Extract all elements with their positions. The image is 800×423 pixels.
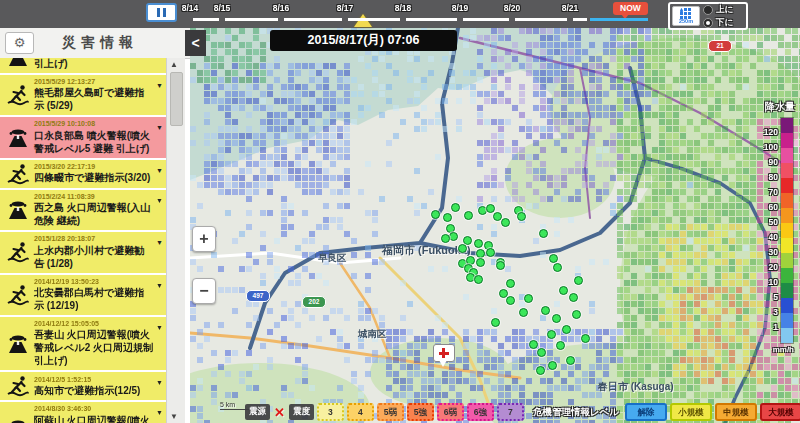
disaster-event-item[interactable]: 2015/1/28 20:18:07上水内郡小川村で避難勧告 (1/28)▼ xyxy=(0,232,166,272)
shelter-marker[interactable] xyxy=(458,244,467,253)
shelter-marker[interactable] xyxy=(562,325,571,334)
disaster-event-item[interactable]: 2015/3/20 22:17:19四條畷市で避難指示(3/20)▼ xyxy=(0,160,166,188)
timeline-date[interactable]: 8/21 xyxy=(562,3,579,13)
timeline-date[interactable]: 8/16 xyxy=(273,3,290,13)
precip-color-segment xyxy=(781,253,793,268)
shelter-marker[interactable] xyxy=(547,330,556,339)
timeline-date[interactable]: 8/20 xyxy=(504,3,521,13)
shelter-marker[interactable] xyxy=(443,213,452,222)
hospital-marker[interactable] xyxy=(433,344,455,362)
disaster-event-item[interactable]: 2014/12/5 1:52:15高知市で避難指示(12/5)▼ xyxy=(0,372,166,400)
event-expand-caret-icon[interactable]: ▼ xyxy=(156,167,163,174)
event-expand-caret-icon[interactable]: ▼ xyxy=(156,124,163,131)
sidebar-collapse-button[interactable]: < xyxy=(185,30,206,56)
shelter-marker[interactable] xyxy=(553,263,562,272)
precip-legend-unit: mm/h xyxy=(773,345,794,354)
sidebar-title: 災害情報 xyxy=(40,34,160,52)
sidebar-header: ⚙ 災害情報 xyxy=(0,28,190,59)
shelter-marker[interactable] xyxy=(476,249,485,258)
timeline-date[interactable]: 8/18 xyxy=(395,3,412,13)
scroll-up-icon[interactable]: ▲ xyxy=(170,60,178,69)
sidebar-scrollbar[interactable]: ▲ ▼ xyxy=(166,58,185,423)
event-expand-caret-icon[interactable]: ▼ xyxy=(156,197,163,204)
event-expand-caret-icon[interactable]: ▼ xyxy=(156,324,163,331)
scrollbar-thumb[interactable] xyxy=(170,72,183,126)
event-expand-caret-icon[interactable]: ▼ xyxy=(156,239,163,246)
shelter-marker[interactable] xyxy=(464,211,473,220)
shelter-marker[interactable] xyxy=(519,308,528,317)
shelter-marker[interactable] xyxy=(569,293,578,302)
shelter-marker[interactable] xyxy=(524,294,533,303)
radio-option-up[interactable]: 上に xyxy=(703,4,733,16)
precip-color-segment xyxy=(781,193,793,208)
radio-up-icon xyxy=(703,5,713,15)
zoom-out-button[interactable]: − xyxy=(192,278,216,304)
shelter-marker[interactable] xyxy=(486,248,495,257)
disaster-event-item[interactable]: 2014/12/19 13:50:23北安曇郡白馬村で避難指示 (12/19)▼ xyxy=(0,275,166,315)
shelter-marker[interactable] xyxy=(491,318,500,327)
shelter-marker[interactable] xyxy=(566,356,575,365)
now-badge[interactable]: NOW xyxy=(613,2,648,15)
scroll-down-icon[interactable]: ▼ xyxy=(170,412,178,421)
disaster-event-item[interactable]: 2014/12/12 15:05:05吾妻山 火口周辺警報(噴火警戒レベル2 火… xyxy=(0,317,166,370)
shelter-marker[interactable] xyxy=(431,210,440,219)
shelter-marker[interactable] xyxy=(556,341,565,350)
evacuation-icon xyxy=(2,163,34,185)
disaster-event-item[interactable]: 2015/2/24 11:08:39西之島 火口周辺警報(入山危険 継続)▼ xyxy=(0,190,166,230)
map-viewport[interactable]: 福岡市 (Fukuoka)早良区城南区春日市 (Kasuga)49720221 … xyxy=(190,28,800,423)
shelter-marker[interactable] xyxy=(517,212,526,221)
event-expand-caret-icon[interactable]: ▼ xyxy=(156,82,163,89)
precip-layer-button[interactable]: 250m xyxy=(672,6,700,26)
disaster-event-item[interactable]: 2015/5/29 10:10:08口永良部島 噴火警報(噴火警戒レベル5 避難… xyxy=(0,117,166,157)
event-expand-caret-icon[interactable]: ▼ xyxy=(156,379,163,386)
shelter-marker[interactable] xyxy=(506,279,515,288)
shelter-marker[interactable] xyxy=(441,234,450,243)
disaster-event-item[interactable]: 戒レベル2 火口周辺規制 引上げ)▼ xyxy=(0,58,166,73)
shelter-marker[interactable] xyxy=(486,204,495,213)
shelter-marker[interactable] xyxy=(501,218,510,227)
shelter-marker[interactable] xyxy=(537,348,546,357)
radio-option-down[interactable]: 下に xyxy=(703,17,733,29)
shelter-marker[interactable] xyxy=(449,232,458,241)
timeline-date[interactable]: 8/15 xyxy=(214,3,231,13)
shelter-marker[interactable] xyxy=(529,340,538,349)
shelter-marker[interactable] xyxy=(496,261,505,270)
precip-color-bar xyxy=(780,117,794,344)
shelter-marker[interactable] xyxy=(581,334,590,343)
settings-button[interactable]: ⚙ xyxy=(5,32,34,54)
route-number-badge: 497 xyxy=(246,290,270,302)
disaster-info-sidebar: ⚙ 災害情報 戒レベル2 火口周辺規制 引上げ)▼2015/5/29 12:13… xyxy=(0,28,190,423)
shelter-marker[interactable] xyxy=(559,286,568,295)
shelter-marker[interactable] xyxy=(539,229,548,238)
shelter-marker[interactable] xyxy=(474,275,483,284)
map-canvas[interactable] xyxy=(190,28,800,423)
shelter-marker[interactable] xyxy=(572,310,581,319)
shelter-marker[interactable] xyxy=(536,366,545,375)
event-expand-caret-icon[interactable]: ▼ xyxy=(156,409,163,416)
timeline-date[interactable]: 8/19 xyxy=(452,3,469,13)
crisis-level-label: 危機管理情報レベル xyxy=(533,406,619,419)
shelter-marker[interactable] xyxy=(506,296,515,305)
shelter-marker[interactable] xyxy=(548,361,557,370)
crisis-level-legend-box: 中規模 xyxy=(715,403,757,421)
zoom-in-button[interactable]: + xyxy=(192,226,216,252)
precip-tick-label: 3 xyxy=(773,307,778,317)
disaster-event-item[interactable]: 2015/5/29 12:13:27熊毛郡屋久島町で避難指示 (5/29)▼ xyxy=(0,75,166,115)
precip-tick-label: 5 xyxy=(773,292,778,302)
crisis-level-legend-box: 小規模 xyxy=(670,403,712,421)
event-expand-caret-icon[interactable]: ▼ xyxy=(156,282,163,289)
shelter-marker[interactable] xyxy=(451,203,460,212)
event-description: 口永良部島 噴火警報(噴火警戒レベル5 避難 引上げ) xyxy=(34,129,154,155)
timeline-date[interactable]: 8/17 xyxy=(337,3,354,13)
timeline-date[interactable]: 8/14 xyxy=(182,3,199,13)
shelter-marker[interactable] xyxy=(574,276,583,285)
current-datetime-display: 2015/8/17(月) 07:06 xyxy=(270,30,457,51)
shelter-marker[interactable] xyxy=(552,314,561,323)
shelter-marker[interactable] xyxy=(476,258,485,267)
disaster-event-item[interactable]: 2014/8/30 3:46:30阿蘇山 火口周辺警報(噴火警戒レベル2 火口周… xyxy=(0,402,166,423)
shelter-marker[interactable] xyxy=(474,239,483,248)
shelter-marker[interactable] xyxy=(541,306,550,315)
map-place-label: 福岡市 (Fukuoka) xyxy=(382,243,471,258)
intensity-legend-box: 6強 xyxy=(467,403,494,421)
shelter-marker[interactable] xyxy=(549,254,558,263)
